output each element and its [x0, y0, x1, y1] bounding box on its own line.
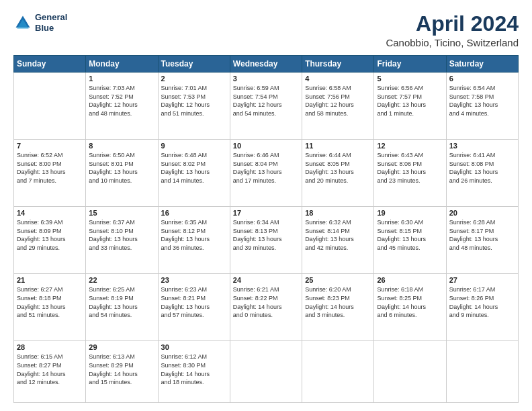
day-number: 23	[161, 276, 227, 284]
day-number: 29	[89, 343, 154, 351]
calendar-cell: 11Sunrise: 6:44 AM Sunset: 8:05 PM Dayli…	[302, 140, 374, 207]
day-number: 4	[305, 75, 371, 83]
day-number: 26	[377, 276, 443, 284]
day-info: Sunrise: 7:01 AM Sunset: 7:53 PM Dayligh…	[161, 84, 227, 118]
day-number: 17	[233, 209, 299, 217]
logo-icon	[13, 13, 32, 32]
calendar-cell: 15Sunrise: 6:37 AM Sunset: 8:10 PM Dayli…	[86, 207, 158, 274]
day-number: 16	[161, 209, 227, 217]
day-number: 12	[377, 142, 443, 150]
day-number: 10	[233, 142, 299, 150]
calendar-cell: 5Sunrise: 6:56 AM Sunset: 7:57 PM Daylig…	[374, 73, 446, 140]
day-info: Sunrise: 6:21 AM Sunset: 8:22 PM Dayligh…	[233, 285, 299, 319]
day-info: Sunrise: 6:17 AM Sunset: 8:26 PM Dayligh…	[449, 285, 515, 319]
day-number: 7	[17, 142, 83, 150]
day-number: 22	[89, 276, 154, 284]
day-info: Sunrise: 6:27 AM Sunset: 8:18 PM Dayligh…	[17, 285, 83, 319]
day-info: Sunrise: 6:46 AM Sunset: 8:04 PM Dayligh…	[233, 151, 299, 185]
weekday-header: Friday	[374, 56, 446, 73]
calendar-cell: 23Sunrise: 6:23 AM Sunset: 8:21 PM Dayli…	[158, 274, 230, 341]
day-info: Sunrise: 7:03 AM Sunset: 7:52 PM Dayligh…	[89, 84, 154, 118]
calendar-cell: 24Sunrise: 6:21 AM Sunset: 8:22 PM Dayli…	[230, 274, 302, 341]
day-number: 5	[377, 75, 443, 83]
calendar-cell: 26Sunrise: 6:18 AM Sunset: 8:25 PM Dayli…	[374, 274, 446, 341]
day-number: 21	[17, 276, 83, 284]
calendar-cell: 14Sunrise: 6:39 AM Sunset: 8:09 PM Dayli…	[14, 207, 86, 274]
calendar-cell: 6Sunrise: 6:54 AM Sunset: 7:58 PM Daylig…	[446, 73, 518, 140]
day-info: Sunrise: 6:28 AM Sunset: 8:17 PM Dayligh…	[449, 218, 515, 252]
calendar-cell	[446, 341, 518, 403]
day-number: 25	[305, 276, 371, 284]
calendar-cell: 21Sunrise: 6:27 AM Sunset: 8:18 PM Dayli…	[14, 274, 86, 341]
calendar-cell: 29Sunrise: 6:13 AM Sunset: 8:29 PM Dayli…	[86, 341, 158, 403]
calendar-cell: 3Sunrise: 6:59 AM Sunset: 7:54 PM Daylig…	[230, 73, 302, 140]
day-info: Sunrise: 6:37 AM Sunset: 8:10 PM Dayligh…	[89, 218, 154, 252]
calendar-cell: 13Sunrise: 6:41 AM Sunset: 8:08 PM Dayli…	[446, 140, 518, 207]
day-info: Sunrise: 6:44 AM Sunset: 8:05 PM Dayligh…	[305, 151, 371, 185]
day-number: 15	[89, 209, 154, 217]
calendar-cell: 25Sunrise: 6:20 AM Sunset: 8:23 PM Dayli…	[302, 274, 374, 341]
day-number: 6	[449, 75, 515, 83]
day-info: Sunrise: 6:32 AM Sunset: 8:14 PM Dayligh…	[305, 218, 371, 252]
day-number: 8	[89, 142, 154, 150]
day-info: Sunrise: 6:41 AM Sunset: 8:08 PM Dayligh…	[449, 151, 515, 185]
main-title: April 2024	[386, 12, 519, 36]
day-number: 27	[449, 276, 515, 284]
day-number: 9	[161, 142, 227, 150]
weekday-header: Saturday	[446, 56, 518, 73]
day-number: 24	[233, 276, 299, 284]
day-info: Sunrise: 6:12 AM Sunset: 8:30 PM Dayligh…	[161, 353, 227, 386]
calendar-cell: 18Sunrise: 6:32 AM Sunset: 8:14 PM Dayli…	[302, 207, 374, 274]
day-info: Sunrise: 6:30 AM Sunset: 8:15 PM Dayligh…	[377, 218, 443, 252]
calendar-cell	[230, 341, 302, 403]
calendar-cell: 17Sunrise: 6:34 AM Sunset: 8:13 PM Dayli…	[230, 207, 302, 274]
logo-text: General Blue	[35, 12, 67, 33]
calendar-cell	[14, 73, 86, 140]
weekday-header: Wednesday	[230, 56, 302, 73]
day-number: 28	[17, 343, 83, 351]
day-info: Sunrise: 6:13 AM Sunset: 8:29 PM Dayligh…	[89, 353, 154, 386]
day-number: 2	[161, 75, 227, 83]
calendar-cell: 7Sunrise: 6:52 AM Sunset: 8:00 PM Daylig…	[14, 140, 86, 207]
day-info: Sunrise: 6:25 AM Sunset: 8:19 PM Dayligh…	[89, 285, 154, 319]
calendar-cell: 19Sunrise: 6:30 AM Sunset: 8:15 PM Dayli…	[374, 207, 446, 274]
day-info: Sunrise: 6:54 AM Sunset: 7:58 PM Dayligh…	[449, 84, 515, 118]
day-info: Sunrise: 6:48 AM Sunset: 8:02 PM Dayligh…	[161, 151, 227, 185]
day-info: Sunrise: 6:23 AM Sunset: 8:21 PM Dayligh…	[161, 285, 227, 319]
day-info: Sunrise: 6:34 AM Sunset: 8:13 PM Dayligh…	[233, 218, 299, 252]
day-info: Sunrise: 6:58 AM Sunset: 7:56 PM Dayligh…	[305, 84, 371, 118]
calendar-cell: 28Sunrise: 6:15 AM Sunset: 8:27 PM Dayli…	[14, 341, 86, 403]
calendar-cell: 22Sunrise: 6:25 AM Sunset: 8:19 PM Dayli…	[86, 274, 158, 341]
title-block: April 2024 Canobbio, Ticino, Switzerland	[386, 12, 519, 48]
calendar-cell: 8Sunrise: 6:50 AM Sunset: 8:01 PM Daylig…	[86, 140, 158, 207]
calendar-cell: 20Sunrise: 6:28 AM Sunset: 8:17 PM Dayli…	[446, 207, 518, 274]
logo: General Blue	[13, 12, 67, 33]
day-info: Sunrise: 6:18 AM Sunset: 8:25 PM Dayligh…	[377, 285, 443, 319]
subtitle: Canobbio, Ticino, Switzerland	[386, 37, 519, 48]
calendar-cell	[374, 341, 446, 403]
day-info: Sunrise: 6:52 AM Sunset: 8:00 PM Dayligh…	[17, 151, 83, 185]
day-number: 19	[377, 209, 443, 217]
weekday-header: Sunday	[14, 56, 86, 73]
page: General Blue April 2024 Canobbio, Ticino…	[0, 0, 532, 411]
day-info: Sunrise: 6:20 AM Sunset: 8:23 PM Dayligh…	[305, 285, 371, 319]
calendar-cell: 30Sunrise: 6:12 AM Sunset: 8:30 PM Dayli…	[158, 341, 230, 403]
day-info: Sunrise: 6:50 AM Sunset: 8:01 PM Dayligh…	[89, 151, 154, 185]
weekday-header: Thursday	[302, 56, 374, 73]
day-number: 3	[233, 75, 299, 83]
calendar-cell: 2Sunrise: 7:01 AM Sunset: 7:53 PM Daylig…	[158, 73, 230, 140]
weekday-header: Monday	[86, 56, 158, 73]
day-info: Sunrise: 6:43 AM Sunset: 8:06 PM Dayligh…	[377, 151, 443, 185]
calendar-cell: 9Sunrise: 6:48 AM Sunset: 8:02 PM Daylig…	[158, 140, 230, 207]
calendar-cell: 1Sunrise: 7:03 AM Sunset: 7:52 PM Daylig…	[86, 73, 158, 140]
calendar-cell: 16Sunrise: 6:35 AM Sunset: 8:12 PM Dayli…	[158, 207, 230, 274]
header: General Blue April 2024 Canobbio, Ticino…	[13, 12, 519, 48]
day-info: Sunrise: 6:56 AM Sunset: 7:57 PM Dayligh…	[377, 84, 443, 118]
calendar-cell	[302, 341, 374, 403]
calendar-cell: 4Sunrise: 6:58 AM Sunset: 7:56 PM Daylig…	[302, 73, 374, 140]
day-info: Sunrise: 6:39 AM Sunset: 8:09 PM Dayligh…	[17, 218, 83, 252]
calendar-cell: 10Sunrise: 6:46 AM Sunset: 8:04 PM Dayli…	[230, 140, 302, 207]
calendar-table: SundayMondayTuesdayWednesdayThursdayFrid…	[13, 55, 519, 403]
day-info: Sunrise: 6:15 AM Sunset: 8:27 PM Dayligh…	[17, 353, 83, 386]
day-number: 11	[305, 142, 371, 150]
